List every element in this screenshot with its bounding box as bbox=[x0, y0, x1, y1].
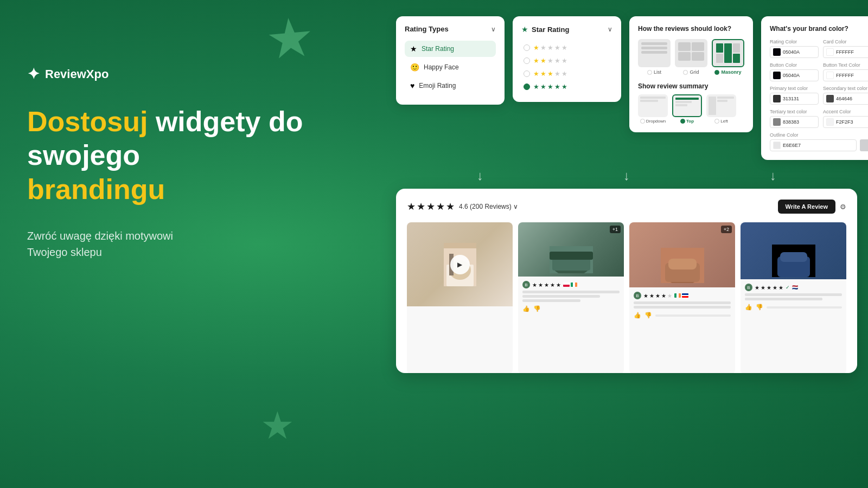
decorative-star-bottom: ★ bbox=[260, 407, 295, 445]
star-1-3: ★ bbox=[547, 44, 553, 52]
thumbs-up-4[interactable]: 👍 bbox=[745, 304, 752, 311]
review-card-3-content: B ★ ★ ★ ★ ★ bbox=[629, 287, 735, 323]
rating-option-happy[interactable]: 🙂 Happy Face bbox=[405, 59, 496, 75]
color-field-secondary: Secondary text color 464646 bbox=[823, 86, 868, 105]
radio-2 bbox=[524, 57, 530, 64]
rating-color-input[interactable]: 05040A bbox=[770, 46, 819, 58]
c4-s3: ★ bbox=[767, 285, 771, 291]
reviews-masonry-grid: ▶ +1 bbox=[407, 222, 846, 373]
c2-s4: ★ bbox=[550, 282, 555, 288]
card-2-stars: ★ ★ ★ ★ ★ bbox=[532, 282, 561, 288]
card-4-actions: 👍 👎 bbox=[745, 304, 842, 311]
brand-color-title: What's your brand color? bbox=[770, 25, 848, 33]
star-1-4: ★ bbox=[554, 44, 560, 52]
card-color-swatch bbox=[826, 48, 834, 56]
list-line-2 bbox=[641, 47, 667, 49]
layout-grid-option[interactable]: Grid bbox=[675, 39, 707, 75]
review-card-4: B ★ ★ ★ ★ ★ ✓ 🇳🇱 bbox=[741, 222, 846, 373]
left-line-2 bbox=[717, 100, 727, 102]
outline-color-input[interactable]: E6E6E7 bbox=[770, 139, 857, 151]
rating-color-value: 05040A bbox=[783, 49, 800, 55]
star-row-5[interactable]: ★ ★ ★ ★ ★ bbox=[521, 80, 612, 93]
button-color-swatch bbox=[773, 72, 781, 79]
star-3-2: ★ bbox=[540, 70, 546, 78]
summary-options: Dropdown Top bbox=[638, 94, 744, 124]
primary-text-value: 313131 bbox=[783, 96, 799, 101]
panel-preview: ★ ★ ★ ★ ★ 4.6 (200 Reviews) ∨ Write A Re… bbox=[396, 189, 857, 373]
rating-color-label: Rating Color bbox=[770, 39, 819, 44]
review-card-1-image: ▶ bbox=[407, 222, 513, 306]
card-color-input[interactable]: FFFFFF bbox=[823, 46, 868, 58]
c4-s2: ★ bbox=[761, 285, 765, 291]
accent-color-input[interactable]: F2F2F3 bbox=[823, 116, 868, 128]
panel-review-look: How the reviews should look? List bbox=[629, 16, 753, 132]
star-option-label: Star Rating bbox=[422, 45, 454, 53]
room4-svg bbox=[772, 245, 815, 277]
masonry-label: Masonry bbox=[721, 69, 741, 75]
rating-option-emoji[interactable]: ♥ Emoji Rating bbox=[405, 78, 496, 94]
button-color-input[interactable]: 05040A bbox=[770, 69, 819, 81]
thumbs-down-4[interactable]: 👎 bbox=[756, 304, 763, 311]
list-radio bbox=[647, 70, 652, 75]
rating-option-star[interactable]: ★ Star Rating bbox=[405, 41, 496, 57]
c3-s5: ★ bbox=[667, 293, 672, 299]
star-row-2[interactable]: ★ ★ ★ ★ ★ bbox=[521, 54, 612, 67]
card-4-stars-row: B ★ ★ ★ ★ ★ ✓ 🇳🇱 bbox=[745, 284, 842, 291]
play-button[interactable]: ▶ bbox=[450, 255, 470, 274]
dropdown-radio-row: Dropdown bbox=[640, 119, 666, 124]
masonry-cell-2 bbox=[716, 54, 723, 63]
logo-text: ReviewXpo bbox=[45, 67, 108, 81]
grid-radio-row: Grid bbox=[683, 69, 699, 75]
button-text-swatch bbox=[826, 72, 834, 79]
color-field-primary: Primary text color 313131 bbox=[770, 86, 819, 105]
filter-icon[interactable]: ⚙ bbox=[840, 203, 846, 211]
arrows-row: ↓ ↓ ↓ bbox=[396, 168, 857, 183]
right-content: Rating Types ∨ ★ Star Rating 🙂 Happy Fac… bbox=[396, 16, 857, 477]
star-1-2: ★ bbox=[540, 44, 546, 52]
thumbs-down-3[interactable]: 👎 bbox=[644, 312, 652, 319]
review-card-1: ▶ bbox=[407, 222, 513, 373]
secondary-text-input[interactable]: 464646 bbox=[823, 93, 868, 105]
thumbs-up-2[interactable]: 👍 bbox=[522, 305, 530, 312]
list-line-3 bbox=[641, 51, 667, 54]
logo-icon: ✦ bbox=[27, 65, 40, 83]
review-card-3-image: +2 bbox=[629, 222, 735, 287]
color-field-button-text: Button Text Color FFFFFF bbox=[823, 62, 868, 81]
masonry-cols bbox=[716, 43, 740, 63]
summary-left-option[interactable]: Left bbox=[706, 94, 736, 124]
star-row-3[interactable]: ★ ★ ★ ★ ★ bbox=[521, 67, 612, 80]
card-4-text bbox=[745, 293, 842, 300]
thumbs-up-3[interactable]: 👍 bbox=[634, 312, 641, 319]
verified-4: ✓ bbox=[786, 285, 790, 290]
primary-text-input[interactable]: 313131 bbox=[770, 93, 819, 105]
masonry-cell-1 bbox=[716, 43, 723, 53]
summary-top-option[interactable]: Top bbox=[672, 94, 702, 124]
chevron-icon: ∨ bbox=[491, 25, 496, 33]
c3-s1: ★ bbox=[643, 293, 648, 299]
card-2-stars-row: B ★ ★ ★ ★ ★ bbox=[522, 281, 620, 288]
button-text-input[interactable]: FFFFFF bbox=[823, 69, 868, 81]
star-row-1[interactable]: ★ ★ ★ ★ ★ bbox=[521, 41, 612, 54]
happy-option-icon: 🙂 bbox=[410, 63, 419, 72]
text-line-4-1 bbox=[745, 293, 842, 296]
summary-dropdown-option[interactable]: Dropdown bbox=[638, 94, 668, 124]
write-review-button[interactable]: Write A Review bbox=[778, 200, 835, 214]
headline-highlight1: Dostosuj bbox=[27, 106, 148, 137]
left-thumb-lines bbox=[717, 97, 734, 115]
star-2-1: ★ bbox=[533, 57, 539, 65]
c3-s2: ★ bbox=[649, 293, 654, 299]
button-color-value: 05040A bbox=[783, 73, 800, 78]
card-3-stars-row: B ★ ★ ★ ★ ★ bbox=[634, 292, 731, 299]
thumbs-down-2[interactable]: 👎 bbox=[533, 305, 541, 312]
headline-highlight2: brandingu bbox=[27, 174, 165, 205]
star-5-1: ★ bbox=[533, 83, 539, 91]
tertiary-text-input[interactable]: 838383 bbox=[770, 116, 819, 128]
grid-cell-4 bbox=[692, 52, 704, 61]
star-5-2: ★ bbox=[540, 83, 546, 91]
c3-s3: ★ bbox=[655, 293, 660, 299]
layout-list-option[interactable]: List bbox=[638, 39, 671, 75]
preview-header: ★ ★ ★ ★ ★ 4.6 (200 Reviews) ∨ Write A Re… bbox=[407, 200, 846, 214]
dropdown-label: Dropdown bbox=[646, 119, 666, 124]
layout-masonry-option[interactable]: Masonry bbox=[712, 39, 744, 75]
arrow-3: ↓ bbox=[770, 168, 776, 183]
